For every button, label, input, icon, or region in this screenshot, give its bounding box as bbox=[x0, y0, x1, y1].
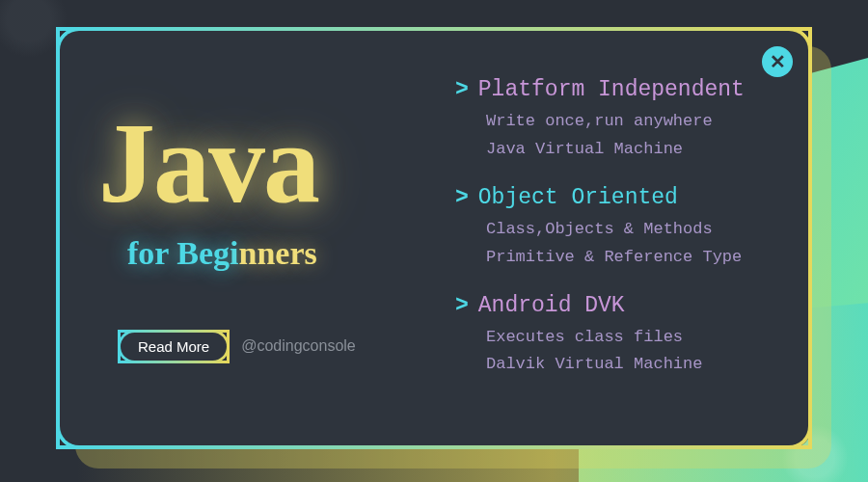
read-more-button[interactable]: Read More bbox=[118, 330, 230, 363]
card-content: Java for Beginners Read More @codingcons… bbox=[89, 50, 779, 426]
feature-line: Write once,run anywhere bbox=[486, 108, 779, 136]
feature-line: Executes class files bbox=[486, 324, 779, 352]
promo-card: ✕ Java for Beginners Read More @codingco… bbox=[56, 27, 812, 449]
chevron-icon: > bbox=[455, 185, 469, 210]
hero-column: Java for Beginners Read More @codingcons… bbox=[89, 50, 436, 426]
feature-title: Object Oriented bbox=[478, 185, 678, 210]
feature-header: > Android DVK bbox=[455, 293, 779, 318]
feature-line: Primitive & Reference Type bbox=[486, 244, 779, 272]
features-column: > Platform Independent Write once,run an… bbox=[436, 50, 779, 426]
hero-title: Java bbox=[98, 113, 436, 215]
close-icon: ✕ bbox=[770, 50, 786, 73]
cta-row: Read More @codingconsole bbox=[118, 330, 436, 363]
feature-item: > Object Oriented Class,Objects & Method… bbox=[455, 185, 779, 272]
feature-item: > Android DVK Executes class files Dalvi… bbox=[455, 293, 779, 380]
chevron-icon: > bbox=[455, 293, 469, 318]
feature-item: > Platform Independent Write once,run an… bbox=[455, 77, 779, 164]
feature-title: Android DVK bbox=[478, 293, 625, 318]
subtitle-for: for bbox=[127, 235, 176, 271]
read-more-label: Read More bbox=[138, 338, 209, 355]
feature-title: Platform Independent bbox=[478, 77, 745, 102]
hero-subtitle: for Beginners bbox=[127, 235, 436, 272]
feature-header: > Object Oriented bbox=[455, 185, 779, 210]
chevron-icon: > bbox=[455, 77, 469, 102]
subtitle-begi: Begi bbox=[176, 235, 238, 271]
subtitle-nners: nners bbox=[239, 235, 317, 271]
social-handle: @codingconsole bbox=[241, 337, 356, 355]
feature-line: Java Virtual Machine bbox=[486, 136, 779, 164]
feature-header: > Platform Independent bbox=[455, 77, 779, 102]
close-button[interactable]: ✕ bbox=[762, 46, 793, 77]
feature-line: Class,Objects & Methods bbox=[486, 216, 779, 244]
feature-line: Dalvik Virtual Machine bbox=[486, 351, 779, 379]
